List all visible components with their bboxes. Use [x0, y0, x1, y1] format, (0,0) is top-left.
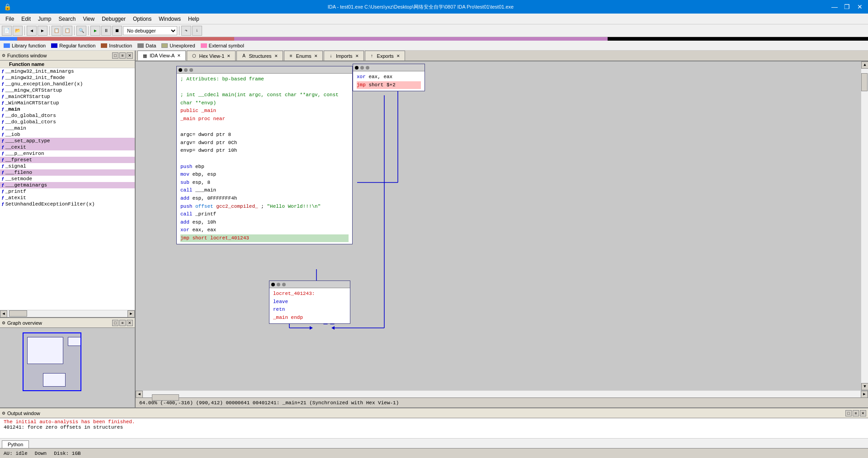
tab-ida-view-a[interactable]: ▦ IDA View-A ✕	[137, 51, 186, 61]
function-item[interactable]: f__do_global_dtors	[0, 112, 135, 119]
vscroll-up[interactable]: ▲	[861, 61, 868, 69]
output-close-button[interactable]: ✕	[860, 410, 866, 416]
vscroll-down[interactable]: ▼	[861, 383, 868, 390]
new-button[interactable]: 📄	[2, 26, 12, 36]
forward-button[interactable]: ▶	[38, 26, 47, 36]
step-into-button[interactable]: ↓	[192, 26, 202, 36]
hscroll-track[interactable]	[7, 310, 127, 317]
vscroll-thumb[interactable]	[861, 73, 868, 91]
function-item[interactable]: f__do_global_ctors	[0, 119, 135, 125]
hscroll-right[interactable]: ▶	[127, 310, 135, 318]
vscroll-track[interactable]	[861, 69, 868, 383]
menu-file[interactable]: File	[2, 15, 18, 23]
function-item[interactable]: f__mingw32_init_mainargs	[0, 68, 135, 75]
legend-regular-box	[51, 43, 57, 48]
graph-hscroll-thumb[interactable]	[152, 394, 179, 401]
asm-locret-content: locret_401243: leave retn _main endp	[269, 288, 350, 323]
function-item[interactable]: fSetUnhandledExceptionFilter(x)	[0, 201, 135, 207]
functions-panel-controls: □ ≡ ✕	[112, 52, 133, 59]
function-item[interactable]: f_printf	[0, 188, 135, 195]
hscroll-left[interactable]: ◀	[0, 310, 7, 318]
function-item[interactable]: f__mingw32_init_fmode	[0, 75, 135, 81]
output-float-button[interactable]: □	[845, 410, 852, 416]
menu-view[interactable]: View	[79, 15, 98, 23]
copy-button[interactable]: 📋	[52, 26, 61, 36]
tab-exports-close[interactable]: ✕	[396, 53, 401, 59]
function-item[interactable]: f__fpreset	[0, 157, 135, 163]
maximize-button[interactable]: ❐	[843, 2, 852, 11]
output-tab-python[interactable]: Python	[2, 440, 29, 448]
menu-jump[interactable]: Jump	[34, 15, 55, 23]
asm-leave: leave	[273, 299, 288, 304]
function-item[interactable]: f___p__environ	[0, 150, 135, 157]
overview-close-button[interactable]: ✕	[127, 320, 133, 326]
run-button[interactable]: ▶	[90, 26, 100, 36]
function-item[interactable]: f__gnu_exception_handler(x)	[0, 81, 135, 87]
graph-hscroll-left[interactable]: ◀	[136, 391, 143, 398]
legend-unexplored-label: Unexplored	[170, 43, 195, 48]
functions-close-button[interactable]: ✕	[127, 52, 133, 59]
function-item[interactable]: f__setmode	[0, 176, 135, 182]
graph-view[interactable]: ; Attributes: bp-based frame ; int __cde…	[136, 61, 861, 390]
asm-block-main-dot	[179, 68, 182, 72]
tab-hex-view-1-close[interactable]: ✕	[226, 53, 231, 59]
tab-imports[interactable]: ↓ Imports ✕	[324, 51, 364, 61]
close-button[interactable]: ✕	[855, 2, 864, 11]
tab-structures-close[interactable]: ✕	[274, 53, 279, 59]
menu-windows[interactable]: Windows	[155, 15, 184, 23]
step-over-button[interactable]: ↷	[181, 26, 191, 36]
menu-search[interactable]: Search	[55, 15, 79, 23]
graph-vscroll[interactable]: ▲ ▼	[861, 61, 868, 390]
asm-block-main[interactable]: ; Attributes: bp-based frame ; int __cde…	[176, 66, 353, 244]
menu-options[interactable]: Options	[129, 15, 155, 23]
function-item[interactable]: f_WinMainCRTStartup	[0, 100, 135, 106]
asm-block-locret[interactable]: locret_401243: leave retn _main endp	[269, 280, 350, 324]
output-settings-button[interactable]: ≡	[853, 410, 859, 416]
tab-enums-close[interactable]: ✕	[313, 53, 319, 59]
tab-enums[interactable]: ≡ Enums ✕	[284, 51, 323, 61]
pause-button[interactable]: ⏸	[101, 26, 111, 36]
search-button[interactable]: 🔍	[76, 26, 86, 36]
function-item[interactable]: f___mingw_CRTStartup	[0, 87, 135, 93]
functions-float-button[interactable]: □	[112, 52, 118, 59]
function-item[interactable]: f___fileno	[0, 169, 135, 176]
output-title: Output window	[7, 411, 40, 416]
asm-locret-label: locret_401243:	[273, 291, 315, 296]
menu-edit[interactable]: Edit	[18, 15, 34, 23]
functions-settings-button[interactable]: ≡	[119, 52, 126, 59]
function-item[interactable]: f__cexit	[0, 144, 135, 150]
tab-imports-close[interactable]: ✕	[354, 53, 360, 59]
function-item[interactable]: f_mainCRTStartup	[0, 93, 135, 100]
graph-hscroll[interactable]: ◀ ▶	[136, 390, 868, 397]
minimize-button[interactable]: —	[830, 2, 839, 11]
debugger-dropdown[interactable]: No debugger	[123, 26, 177, 35]
stop-button[interactable]: ⏹	[112, 26, 122, 36]
functions-h-scroll[interactable]: ◀ ▶	[0, 310, 135, 317]
overview-settings-button[interactable]: ≡	[119, 320, 126, 326]
graph-overview-canvas[interactable]	[0, 328, 135, 407]
function-item[interactable]: f___main	[0, 125, 135, 131]
tab-ida-view-a-close[interactable]: ✕	[176, 53, 182, 58]
tab-exports[interactable]: ↑ Exports ✕	[365, 51, 405, 61]
function-item[interactable]: f_signal	[0, 163, 135, 169]
paste-button[interactable]: 📋	[62, 26, 72, 36]
tab-hex-view-1[interactable]: ⬡ Hex View-1 ✕	[187, 51, 236, 61]
function-item[interactable]: f_atexit	[0, 195, 135, 201]
menu-help[interactable]: Help	[184, 15, 203, 23]
func-name-label: ___main	[5, 126, 26, 131]
overview-float-button[interactable]: □	[112, 320, 118, 326]
function-item[interactable]: f___set_app_type	[0, 138, 135, 144]
function-item[interactable]: f___getmainargs	[0, 182, 135, 188]
hscroll-thumb[interactable]	[9, 310, 27, 317]
function-item[interactable]: f__iob	[0, 131, 135, 138]
back-button[interactable]: ◀	[27, 26, 37, 36]
open-button[interactable]: 📂	[13, 26, 23, 36]
tab-structures[interactable]: A Structures ✕	[236, 51, 283, 61]
toolbar-sep-5	[179, 26, 179, 35]
graph-hscroll-right[interactable]: ▶	[861, 391, 868, 398]
functions-list[interactable]: f__mingw32_init_mainargsf__mingw32_init_…	[0, 68, 135, 310]
func-f-icon: f	[2, 126, 4, 131]
function-item[interactable]: f_main	[0, 106, 135, 112]
asm-block-xor[interactable]: xor eax, eax jmp short $+2	[353, 64, 425, 91]
menu-debugger[interactable]: Debugger	[98, 15, 129, 23]
